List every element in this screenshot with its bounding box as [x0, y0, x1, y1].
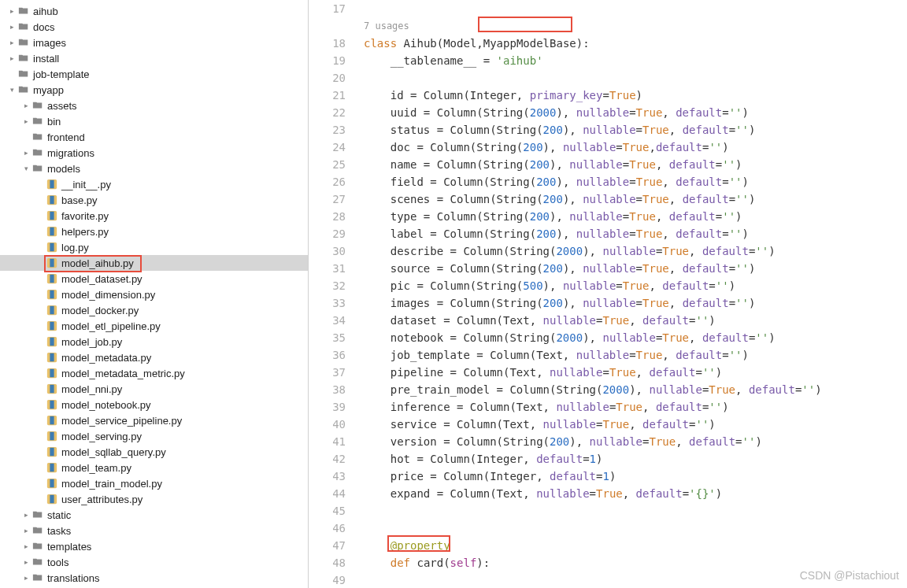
tree-item-job-template[interactable]: ▸job-template — [0, 66, 308, 82]
tree-item-model_dataset-py[interactable]: ▸model_dataset.py — [0, 271, 308, 287]
tree-item-install[interactable]: ▸install — [0, 50, 308, 66]
code-content[interactable]: 7 usagesclass Aihub(Model,MyappModelBase… — [364, 0, 907, 588]
chevron-right-icon[interactable]: ▸ — [20, 525, 31, 536]
tree-item-translations[interactable]: ▸translations — [0, 570, 308, 586]
code-line-42[interactable]: hot = Column(Integer, default=1) — [364, 450, 907, 468]
code-line-27[interactable]: scenes = Column(String(200), nullable=Tr… — [364, 190, 907, 208]
tree-item-label: model_train_model.py — [61, 478, 162, 490]
chevron-down-icon[interactable]: ▾ — [20, 163, 31, 174]
code-line-32[interactable]: pic = Column(String(500), nullable=True,… — [364, 277, 907, 294]
tree-item-model_etl_pipeline-py[interactable]: ▸model_etl_pipeline.py — [0, 318, 308, 334]
tree-item-model_docker-py[interactable]: ▸model_docker.py — [0, 302, 308, 318]
code-line-29[interactable]: label = Column(String(200), nullable=Tru… — [364, 225, 907, 242]
code-line-45[interactable] — [364, 502, 907, 520]
chevron-right-icon[interactable]: ▸ — [20, 100, 31, 111]
folder-icon — [31, 99, 44, 112]
tree-item-model_job-py[interactable]: ▸model_job.py — [0, 334, 308, 349]
code-line-30[interactable]: describe = Column(String(2000), nullable… — [364, 242, 907, 260]
tree-item-templates[interactable]: ▸templates — [0, 538, 308, 554]
tree-item-bin[interactable]: ▸bin — [0, 113, 308, 129]
code-line-23[interactable]: status = Column(String(200), nullable=Tr… — [364, 121, 907, 139]
code-line-19[interactable]: __tablename__ = 'aihub' — [364, 52, 907, 69]
python-file-icon — [46, 304, 58, 316]
tree-item-model_metadata_metric-py[interactable]: ▸model_metadata_metric.py — [0, 365, 308, 381]
code-line-37[interactable]: pipeline = Column(Text, nullable=True, d… — [364, 364, 907, 381]
code-line-20[interactable] — [364, 69, 907, 87]
tree-item-myapp[interactable]: ▾myapp — [0, 82, 308, 98]
chevron-right-icon[interactable]: ▸ — [20, 541, 31, 552]
tree-item-model_nni-py[interactable]: ▸model_nni.py — [0, 381, 308, 397]
code-line-28[interactable]: type = Column(String(200), nullable=True… — [364, 208, 907, 225]
tree-item-tools[interactable]: ▸tools — [0, 554, 308, 570]
tree-item-model_aihub-py[interactable]: ▸model_aihub.py — [0, 255, 308, 271]
code-line-24[interactable]: doc = Column(String(200), nullable=True,… — [364, 139, 907, 156]
code-line-18[interactable]: class Aihub(Model,MyappModelBase): — [364, 35, 907, 52]
chevron-right-icon[interactable]: ▸ — [6, 37, 17, 48]
code-line-38[interactable]: pre_train_model = Column(String(2000), n… — [364, 381, 907, 398]
code-line-46[interactable] — [364, 520, 907, 537]
chevron-right-icon[interactable]: ▸ — [20, 509, 31, 520]
tree-item-aihub[interactable]: ▸aihub — [0, 3, 308, 19]
tree-item-model_team-py[interactable]: ▸model_team.py — [0, 460, 308, 475]
code-line-35[interactable]: notebook = Column(String(2000), nullable… — [364, 329, 907, 346]
folder-icon — [17, 52, 30, 65]
code-line-41[interactable]: version = Column(String(200), nullable=T… — [364, 433, 907, 450]
code-line-26[interactable]: field = Column(String(200), nullable=Tru… — [364, 173, 907, 190]
code-line-34[interactable]: dataset = Column(Text, nullable=True, de… — [364, 312, 907, 329]
chevron-right-icon[interactable]: ▸ — [6, 6, 17, 17]
tree-item-assets[interactable]: ▸assets — [0, 98, 308, 113]
code-line-25[interactable]: name = Column(String(200), nullable=True… — [364, 156, 907, 173]
tree-item-migrations[interactable]: ▸migrations — [0, 145, 308, 161]
chevron-right-icon[interactable]: ▸ — [20, 572, 31, 583]
line-number: 43 — [309, 468, 346, 485]
tree-item-label: model_team.py — [61, 462, 131, 474]
chevron-right-icon[interactable]: ▸ — [20, 147, 31, 158]
tree-item-user_attributes-py[interactable]: ▸user_attributes.py — [0, 491, 308, 507]
tree-item-helpers-py[interactable]: ▸helpers.py — [0, 224, 308, 239]
code-line-31[interactable]: source = Column(String(200), nullable=Tr… — [364, 260, 907, 277]
tree-item-images[interactable]: ▸images — [0, 35, 308, 50]
tree-item-static[interactable]: ▸static — [0, 507, 308, 523]
tree-item-log-py[interactable]: ▸log.py — [0, 239, 308, 255]
tree-item-base-py[interactable]: ▸base.py — [0, 192, 308, 208]
code-editor[interactable]: 1718192021222324252627282930313233343536… — [309, 0, 907, 588]
project-tree[interactable]: ▸aihub▸docs▸images▸install▸job-template▾… — [0, 0, 309, 588]
code-line-43[interactable]: price = Column(Integer, default=1) — [364, 468, 907, 485]
code-line-33[interactable]: images = Column(String(200), nullable=Tr… — [364, 294, 907, 312]
chevron-down-icon[interactable]: ▾ — [6, 84, 17, 95]
code-line-17[interactable] — [364, 0, 907, 17]
chevron-right-icon[interactable]: ▸ — [6, 21, 17, 32]
tree-item-model_dimension-py[interactable]: ▸model_dimension.py — [0, 287, 308, 302]
tree-item-__init__-py[interactable]: ▸__init__.py — [0, 176, 308, 192]
folder-icon — [17, 36, 30, 49]
python-file-icon — [46, 414, 58, 427]
code-line-47[interactable]: @property — [364, 537, 907, 554]
tree-item-models[interactable]: ▾models — [0, 161, 308, 176]
tree-item-model_train_model-py[interactable]: ▸model_train_model.py — [0, 475, 308, 491]
code-line-44[interactable]: expand = Column(Text, nullable=True, def… — [364, 485, 907, 502]
code-line-40[interactable]: service = Column(Text, nullable=True, de… — [364, 416, 907, 433]
usages-hint[interactable]: 7 usages — [364, 17, 907, 35]
code-line-36[interactable]: job_template = Column(Text, nullable=Tru… — [364, 346, 907, 364]
chevron-right-icon[interactable]: ▸ — [6, 53, 17, 64]
code-line-21[interactable]: id = Column(Integer, primary_key=True) — [364, 87, 907, 104]
tree-item-model_notebook-py[interactable]: ▸model_notebook.py — [0, 397, 308, 412]
tree-item-favorite-py[interactable]: ▸favorite.py — [0, 208, 308, 224]
folder-icon — [31, 115, 44, 128]
chevron-right-icon[interactable]: ▸ — [20, 557, 31, 568]
line-number: 39 — [309, 398, 346, 416]
tree-item-label: static — [47, 509, 71, 521]
tree-item-label: model_nni.py — [61, 383, 122, 395]
code-line-22[interactable]: uuid = Column(String(2000), nullable=Tru… — [364, 104, 907, 121]
tree-item-model_metadata-py[interactable]: ▸model_metadata.py — [0, 349, 308, 365]
tree-item-model_sqllab_query-py[interactable]: ▸model_sqllab_query.py — [0, 444, 308, 460]
tree-item-docs[interactable]: ▸docs — [0, 19, 308, 35]
tree-item-label: model_job.py — [61, 336, 122, 348]
tree-item-tasks[interactable]: ▸tasks — [0, 523, 308, 538]
chevron-right-icon[interactable]: ▸ — [20, 116, 31, 127]
tree-item-model_serving-py[interactable]: ▸model_serving.py — [0, 428, 308, 444]
code-line-39[interactable]: inference = Column(Text, nullable=True, … — [364, 398, 907, 416]
tree-item-model_service_pipeline-py[interactable]: ▸model_service_pipeline.py — [0, 412, 308, 428]
folder-icon — [31, 162, 44, 175]
tree-item-frontend[interactable]: ▸frontend — [0, 129, 308, 145]
